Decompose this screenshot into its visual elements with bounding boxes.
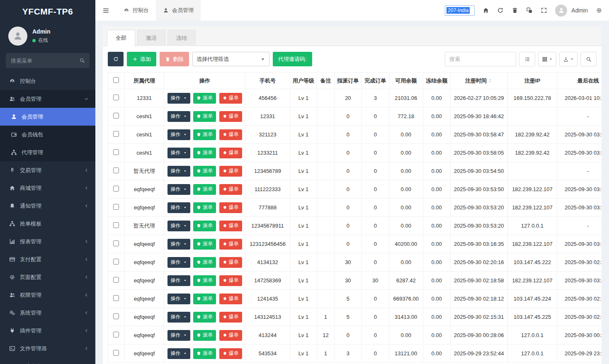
sidebar-item[interactable]: 支付配置: [0, 250, 95, 268]
home-button[interactable]: [483, 7, 489, 14]
export-button[interactable]: [559, 52, 577, 66]
row-burst-button[interactable]: 爆单: [219, 312, 242, 323]
row-checkbox[interactable]: [113, 149, 119, 155]
sidebar-item[interactable]: 会员管理: [0, 108, 95, 126]
row-dispatch-button[interactable]: 派单: [193, 202, 216, 213]
sidebar-item[interactable]: 通知管理: [0, 197, 95, 215]
row-burst-button[interactable]: 爆单: [219, 275, 242, 286]
row-burst-button[interactable]: 爆单: [219, 129, 242, 140]
row-burst-button[interactable]: 爆单: [219, 330, 242, 341]
sidebar-item[interactable]: 会员管理: [0, 90, 95, 108]
row-dispatch-button[interactable]: 派单: [193, 257, 216, 268]
row-checkbox[interactable]: [113, 313, 119, 319]
row-burst-button[interactable]: 爆单: [219, 202, 242, 213]
row-operate-button[interactable]: 操作: [167, 275, 190, 286]
col-reg-time[interactable]: 注册时间: [450, 73, 507, 89]
topnav-tab-console[interactable]: 控制台: [116, 0, 156, 21]
row-checkbox[interactable]: [113, 295, 119, 301]
refresh-table-button[interactable]: [108, 52, 124, 66]
agent-filter-select[interactable]: 选择代理筛选: [192, 52, 269, 66]
row-checkbox[interactable]: [113, 204, 119, 210]
fullscreen-button[interactable]: [541, 7, 547, 14]
sidebar-item[interactable]: 报表管理: [0, 233, 95, 250]
row-dispatch-button[interactable]: 派单: [193, 221, 216, 231]
row-burst-button[interactable]: 爆单: [219, 239, 242, 250]
row-dispatch-button[interactable]: 派单: [193, 129, 216, 140]
row-operate-button[interactable]: 操作: [167, 294, 190, 304]
sidebar-item[interactable]: 交易管理: [0, 161, 95, 179]
row-dispatch-button[interactable]: 派单: [193, 111, 216, 122]
language-button[interactable]: [526, 7, 533, 14]
row-operate-button[interactable]: 操作: [167, 221, 190, 231]
row-checkbox[interactable]: [113, 350, 119, 356]
quick-input[interactable]: 207-India: [445, 5, 475, 16]
row-checkbox[interactable]: [113, 95, 119, 100]
row-operate-button[interactable]: 操作: [167, 202, 190, 213]
row-checkbox[interactable]: [113, 277, 119, 283]
row-operate-button[interactable]: 操作: [167, 93, 190, 104]
row-burst-button[interactable]: 爆单: [219, 257, 242, 268]
clear-cache-button[interactable]: [512, 7, 518, 14]
row-checkbox[interactable]: [113, 240, 119, 246]
row-checkbox[interactable]: [113, 167, 119, 173]
sidebar-item[interactable]: 会员钱包: [0, 126, 95, 143]
row-checkbox[interactable]: [113, 259, 119, 265]
refresh-page-button[interactable]: [497, 7, 504, 14]
row-dispatch-button[interactable]: 派单: [193, 166, 216, 177]
topbar-avatar[interactable]: [555, 5, 567, 17]
row-dispatch-button[interactable]: 派单: [193, 312, 216, 323]
sidebar-item[interactable]: 在线命令管理: [0, 357, 95, 364]
row-dispatch-button[interactable]: 派单: [193, 348, 216, 359]
sidebar-item[interactable]: 页面配置: [0, 268, 95, 286]
row-checkbox[interactable]: [113, 186, 119, 192]
delete-button[interactable]: 删除: [160, 52, 189, 66]
row-burst-button[interactable]: 爆单: [219, 93, 242, 104]
sidebar-item[interactable]: 权限管理: [0, 286, 95, 304]
avatar[interactable]: [8, 27, 27, 46]
row-dispatch-button[interactable]: 派单: [193, 239, 216, 250]
add-button[interactable]: 添加: [127, 52, 156, 66]
sidebar-toggle-button[interactable]: [95, 0, 116, 21]
row-operate-button[interactable]: 操作: [167, 312, 190, 323]
row-checkbox[interactable]: [113, 131, 119, 137]
row-dispatch-button[interactable]: 派单: [193, 275, 216, 286]
sidebar-item[interactable]: 抢单模板: [0, 215, 95, 233]
sidebar-item[interactable]: 系统管理: [0, 304, 95, 322]
sidebar-item[interactable]: 插件管理: [0, 322, 95, 340]
row-operate-button[interactable]: 操作: [167, 239, 190, 250]
row-operate-button[interactable]: 操作: [167, 348, 190, 359]
row-operate-button[interactable]: 操作: [167, 330, 190, 341]
row-burst-button[interactable]: 爆单: [219, 221, 242, 231]
select-all-checkbox[interactable]: [113, 77, 119, 83]
row-burst-button[interactable]: 爆单: [219, 348, 242, 359]
row-operate-button[interactable]: 操作: [167, 148, 190, 158]
list-view-button[interactable]: [519, 52, 535, 66]
row-dispatch-button[interactable]: 派单: [193, 93, 216, 104]
row-burst-button[interactable]: 爆单: [219, 111, 242, 122]
tab-activated[interactable]: 激活: [137, 30, 165, 46]
row-operate-button[interactable]: 操作: [167, 184, 190, 195]
menu-search-input[interactable]: [6, 53, 90, 68]
sidebar-item[interactable]: 文件管理器: [0, 340, 95, 357]
row-checkbox[interactable]: [113, 113, 119, 119]
row-burst-button[interactable]: 爆单: [219, 294, 242, 304]
invite-code-button[interactable]: 代理邀请码:: [273, 52, 312, 66]
row-dispatch-button[interactable]: 派单: [193, 184, 216, 195]
row-dispatch-button[interactable]: 派单: [193, 294, 216, 304]
topbar-user-name[interactable]: Admin: [571, 7, 588, 14]
sidebar-item[interactable]: 代理管理: [0, 143, 95, 161]
tab-frozen[interactable]: 冻结: [167, 30, 196, 46]
row-checkbox[interactable]: [113, 332, 119, 337]
row-operate-button[interactable]: 操作: [167, 111, 190, 122]
row-operate-button[interactable]: 操作: [167, 166, 190, 177]
row-dispatch-button[interactable]: 派单: [193, 148, 216, 158]
row-dispatch-button[interactable]: 派单: [193, 330, 216, 341]
sidebar-item[interactable]: 控制台: [0, 72, 95, 90]
columns-button[interactable]: [538, 52, 556, 66]
settings-button[interactable]: [596, 7, 602, 14]
row-checkbox[interactable]: [113, 222, 119, 228]
tab-all[interactable]: 全部: [107, 30, 135, 46]
row-burst-button[interactable]: 爆单: [219, 148, 242, 158]
row-burst-button[interactable]: 爆单: [219, 166, 242, 177]
row-burst-button[interactable]: 爆单: [219, 184, 242, 195]
